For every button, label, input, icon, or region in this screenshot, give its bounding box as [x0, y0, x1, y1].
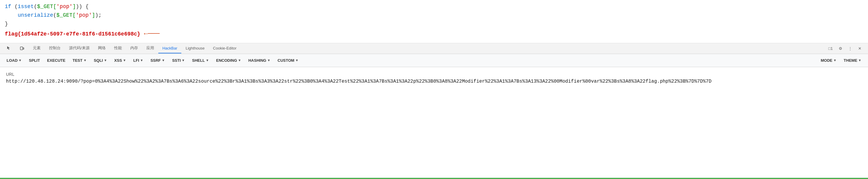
url-label: URL	[6, 72, 862, 77]
tab-performance[interactable]: 性能	[110, 43, 126, 54]
lfi-button[interactable]: LFI ▼	[130, 57, 146, 64]
ssrf-button[interactable]: SSRF ▼	[148, 57, 168, 64]
url-area: URL http://120.48.128.24:9090/?pop=0%3A4…	[0, 67, 868, 90]
tab-cookie-editor[interactable]: Cookie-Editor	[209, 43, 241, 53]
xss-dropdown-arrow: ▼	[123, 59, 126, 62]
device-toolbar-icon	[20, 46, 25, 50]
tab-memory[interactable]: 内存	[126, 43, 142, 54]
encoding-button[interactable]: ENCODING ▼	[213, 57, 244, 64]
test-button[interactable]: TEST ▼	[70, 57, 90, 64]
load-dropdown-arrow: ▼	[19, 59, 22, 62]
func-isset: isset	[18, 2, 34, 11]
cursor-icon	[7, 46, 11, 50]
tab-network[interactable]: 网络	[94, 43, 110, 54]
tab-inspect-icon[interactable]	[2, 43, 16, 53]
more-button[interactable]: ⋮	[846, 45, 854, 52]
tab-hackbar[interactable]: HackBar	[158, 43, 182, 53]
ssti-dropdown-arrow: ▼	[182, 59, 185, 62]
devtools-right-controls: □1 ⚙ ⋮ ✕	[827, 45, 866, 52]
tab-elements[interactable]: 元素	[29, 43, 45, 54]
svg-rect-1	[23, 48, 24, 49]
shell-dropdown-arrow: ▼	[206, 59, 209, 62]
func-unserialize: unserialize	[18, 11, 53, 20]
dock-button[interactable]: □1	[827, 45, 835, 52]
arrow-icon: ←───	[144, 29, 160, 39]
tab-device-icon[interactable]	[16, 43, 29, 53]
tab-application[interactable]: 应用	[142, 43, 158, 54]
devtools-tabbar: 元素 控制台 源代码/来源 网络 性能 内存 应用 HackBar Lighth…	[0, 43, 868, 54]
var-get-pop-2: $_GET[	[57, 11, 76, 20]
hashing-dropdown-arrow: ▼	[267, 59, 270, 62]
tab-sources[interactable]: 源代码/来源	[65, 43, 94, 54]
code-area: if ( isset ( $_GET[ 'pop' ] )) { unseria…	[0, 0, 868, 43]
hashing-button[interactable]: HASHING ▼	[245, 57, 273, 64]
code-line-2: unserialize ( $_GET[ 'pop' ] );	[5, 11, 863, 20]
xss-button[interactable]: XSS ▼	[111, 57, 129, 64]
keyword-if: if	[5, 2, 11, 11]
ssti-button[interactable]: SSTI ▼	[169, 57, 188, 64]
custom-dropdown-arrow: ▼	[295, 59, 299, 62]
split-button[interactable]: SPLIT	[26, 57, 43, 64]
encoding-dropdown-arrow: ▼	[238, 59, 241, 62]
svg-rect-0	[20, 47, 23, 50]
mode-button[interactable]: MODE ▼	[818, 57, 840, 64]
tab-console[interactable]: 控制台	[45, 43, 65, 54]
sqli-dropdown-arrow: ▼	[104, 59, 107, 62]
var-get-pop: $_GET[	[37, 2, 57, 11]
sqli-button[interactable]: SQLI ▼	[91, 57, 110, 64]
custom-button[interactable]: CUSTOM ▼	[275, 57, 301, 64]
url-value[interactable]: http://120.48.128.24:9090/?pop=0%3A4%3A2…	[6, 78, 862, 85]
execute-button[interactable]: EXECUTE	[44, 57, 68, 64]
tab-lighthouse[interactable]: Lighthouse	[181, 43, 209, 53]
code-line-3: }	[5, 20, 863, 28]
shell-button[interactable]: SHELL ▼	[189, 57, 212, 64]
flag-line: flag{1d54af2e-5097-e7fe-81f6-d1561c6e698…	[5, 29, 863, 39]
test-dropdown-arrow: ▼	[83, 59, 87, 62]
mode-dropdown-arrow: ▼	[833, 59, 837, 62]
close-button[interactable]: ✕	[856, 45, 863, 52]
settings-button[interactable]: ⚙	[837, 45, 844, 52]
theme-button[interactable]: THEME ▼	[841, 57, 864, 64]
theme-dropdown-arrow: ▼	[858, 59, 861, 62]
code-line-1: if ( isset ( $_GET[ 'pop' ] )) {	[5, 2, 863, 11]
hackbar-toolbar: LOAD ▼ SPLIT EXECUTE TEST ▼ SQLI ▼ XSS ▼…	[0, 54, 868, 67]
lfi-dropdown-arrow: ▼	[140, 59, 143, 62]
ssrf-dropdown-arrow: ▼	[162, 59, 165, 62]
load-button[interactable]: LOAD ▼	[4, 57, 25, 64]
flag-value: flag{1d54af2e-5097-e7fe-81f6-d1561c6e698…	[5, 30, 141, 38]
